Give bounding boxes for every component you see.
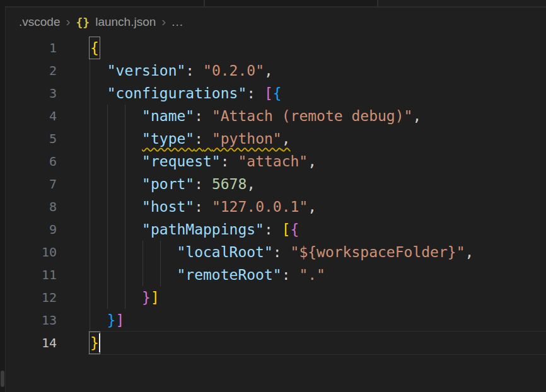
line-number[interactable]: 12 xyxy=(6,286,57,309)
code-token: : xyxy=(194,130,203,147)
code-token: "host" xyxy=(142,199,194,215)
line-number[interactable]: 10 xyxy=(6,241,57,263)
code-token: , xyxy=(308,199,317,215)
code-token: { xyxy=(90,37,100,59)
code-token: "type" xyxy=(142,130,194,147)
code-token xyxy=(90,62,107,79)
breadcrumb-file[interactable]: launch.json xyxy=(95,15,156,29)
line-number[interactable]: 8 xyxy=(6,195,57,218)
json-file-icon: {} xyxy=(76,16,90,29)
code-token: "configurations" xyxy=(107,85,247,101)
code-token xyxy=(90,199,142,215)
code-token: , xyxy=(465,244,473,260)
code-token: , xyxy=(264,62,273,79)
code-text: { xyxy=(57,37,100,59)
code-line[interactable]: 4 "name": "Attach (remote debug)", xyxy=(6,105,546,127)
code-token: } xyxy=(142,289,151,306)
line-number[interactable]: 5 xyxy=(6,127,57,150)
line-number[interactable]: 4 xyxy=(6,105,57,127)
line-number[interactable]: 13 xyxy=(6,309,57,331)
line-number[interactable]: 11 xyxy=(6,263,57,286)
code-token xyxy=(90,176,142,192)
code-lines: 1{2 "version": "0.2.0",3 "configurations… xyxy=(6,37,546,354)
code-token: "remoteRoot" xyxy=(177,267,281,283)
code-token: "pathMappings" xyxy=(142,221,264,238)
code-token: } xyxy=(90,332,100,354)
sidebar-edge xyxy=(0,6,6,392)
line-number[interactable]: 6 xyxy=(6,150,57,173)
code-text: "request": "attach", xyxy=(57,150,317,173)
code-token xyxy=(90,153,142,170)
text-cursor xyxy=(99,333,100,352)
code-token: , xyxy=(282,130,291,147)
code-line[interactable]: 13 }] xyxy=(6,309,546,331)
code-token: "${workspaceFolder}" xyxy=(291,244,465,260)
code-text: "version": "0.2.0", xyxy=(57,59,273,82)
code-token: : xyxy=(194,199,203,215)
code-token xyxy=(90,85,107,101)
line-number[interactable]: 9 xyxy=(6,218,57,241)
code-text: "name": "Attach (remote debug)", xyxy=(57,105,421,127)
chevron-right-icon: › xyxy=(66,14,70,28)
line-number[interactable]: 7 xyxy=(6,173,57,195)
code-token: : xyxy=(221,153,229,170)
code-line[interactable]: 11 "remoteRoot": "." xyxy=(6,263,546,286)
code-token xyxy=(90,108,142,124)
active-tab[interactable] xyxy=(378,0,546,6)
code-text: } xyxy=(57,331,100,354)
code-token: "request" xyxy=(142,153,221,170)
code-token: ] xyxy=(151,289,160,306)
code-token: : xyxy=(194,176,203,192)
line-number[interactable]: 14 xyxy=(6,331,57,354)
tab-separator xyxy=(377,0,378,6)
code-token: "localRoot" xyxy=(177,244,272,260)
breadcrumb: .vscode › {} launch.json › ... xyxy=(6,8,546,37)
code-line[interactable]: 12 }] xyxy=(6,286,546,309)
code-token: { xyxy=(291,221,299,238)
code-line[interactable]: 14} xyxy=(6,331,546,354)
chevron-right-icon: › xyxy=(161,14,166,28)
code-line[interactable]: 9 "pathMappings": [{ xyxy=(6,218,546,241)
code-token: , xyxy=(412,108,421,124)
code-token: : xyxy=(282,267,291,283)
code-token: ] xyxy=(116,312,125,328)
line-number[interactable]: 3 xyxy=(6,82,57,105)
vscode-window: .vscode › {} launch.json › ... 1{2 "vers… xyxy=(0,0,546,392)
code-token xyxy=(203,176,212,192)
code-token: "127.0.0.1" xyxy=(212,199,308,215)
code-line[interactable]: 8 "host": "127.0.0.1", xyxy=(6,195,546,218)
code-token xyxy=(194,62,203,79)
code-token: { xyxy=(273,85,282,101)
code-line[interactable]: 10 "localRoot": "${workspaceFolder}", xyxy=(6,241,546,263)
code-token xyxy=(203,199,212,215)
code-text: "host": "127.0.0.1", xyxy=(57,195,317,218)
code-token xyxy=(203,108,212,124)
code-line[interactable]: 5 "type": "python", xyxy=(6,127,546,150)
code-text: "configurations": [{ xyxy=(57,82,282,105)
scrollbar-thumb[interactable] xyxy=(1,371,4,387)
line-number[interactable]: 1 xyxy=(6,37,57,59)
code-line[interactable]: 2 "version": "0.2.0", xyxy=(6,59,546,82)
code-token: "version" xyxy=(107,62,186,79)
code-token: "attach" xyxy=(238,153,308,170)
code-text: }] xyxy=(57,286,160,309)
code-token xyxy=(203,130,212,147)
code-line[interactable]: 3 "configurations": [{ xyxy=(6,82,546,105)
line-number[interactable]: 2 xyxy=(6,59,57,82)
code-token: [ xyxy=(282,221,291,238)
code-token xyxy=(90,289,142,306)
tab-separator xyxy=(204,0,205,6)
code-token xyxy=(90,130,142,147)
code-token xyxy=(291,267,299,283)
code-token xyxy=(273,221,282,238)
editor-pane: .vscode › {} launch.json › ... 1{2 "vers… xyxy=(6,8,546,392)
code-line[interactable]: 1{ xyxy=(6,37,546,59)
code-token: } xyxy=(107,312,116,328)
code-token xyxy=(282,244,291,260)
code-line[interactable]: 7 "port": 5678, xyxy=(6,173,546,195)
breadcrumb-folder[interactable]: .vscode xyxy=(19,15,60,29)
code-line[interactable]: 6 "request": "attach", xyxy=(6,150,546,173)
code-token: , xyxy=(247,176,255,192)
breadcrumb-symbol-more[interactable]: ... xyxy=(171,15,183,29)
code-token: : xyxy=(194,108,203,124)
